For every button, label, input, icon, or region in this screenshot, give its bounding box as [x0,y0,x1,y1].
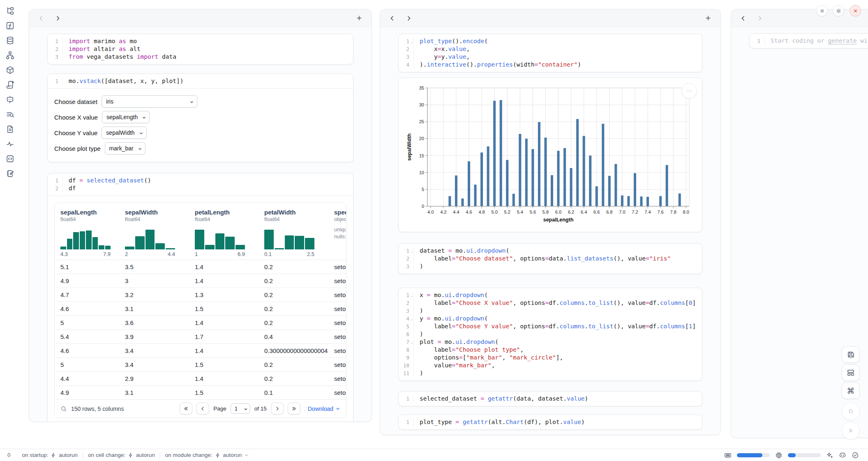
prev-column-button[interactable] [739,14,748,23]
code-editor[interactable]: 1import marimo as mo2import altair as al… [48,34,353,64]
code-text[interactable]: ) [413,307,702,315]
sidebar-database-button[interactable] [5,35,15,45]
code-text[interactable]: from vega_datasets import data [62,53,353,61]
code-text[interactable]: value="mark_bar", [413,362,702,369]
editor-placeholder[interactable]: Start coding or generate with AI [764,37,868,45]
table-column-header[interactable]: petalLengthfloat6416.9 [189,203,259,260]
prev-column-button[interactable] [388,14,397,23]
fold-chevron-icon[interactable]: ⌄ [411,292,413,300]
code-text[interactable]: ) [413,263,702,270]
code-text[interactable]: options=["mark_bar", "mark_circle"], [413,354,702,362]
chart-menu-button[interactable] [681,83,697,99]
prev-column-button[interactable] [37,14,46,23]
table-column-header[interactable]: petalWidthfloat640.12.5 [259,203,328,260]
code-text[interactable]: ) [413,369,702,377]
dropdown-select[interactable]: sepalWidth [102,127,146,139]
sidebar-help-button[interactable] [5,183,15,193]
layout-grid-button[interactable] [842,364,860,381]
add-cell-button[interactable] [703,13,713,23]
code-text[interactable]: plot = mo.ui.dropdown( [413,338,702,346]
code-text[interactable]: label="Choose Y value", options=df.colum… [413,323,702,330]
code-text[interactable]: label="Choose dataset", options=data.lis… [413,255,702,263]
table-cell: 3.2 [119,288,189,302]
table-column-header[interactable]: speciesobjectunique:nulls: [328,203,346,260]
next-page-button[interactable] [271,403,284,415]
status-check-button[interactable] [852,452,859,459]
download-button[interactable]: Download [308,406,340,412]
dropdown-select[interactable]: sepalLength [102,111,150,123]
code-text[interactable]: ) [413,330,702,338]
command-button[interactable]: ⌘ [842,383,860,399]
sidebar-scroll-button[interactable] [5,80,15,90]
settings-button[interactable] [833,5,844,16]
sidebar-file-tree-button[interactable] [5,6,15,16]
sidebar-function-square-button[interactable] [5,21,15,30]
run-config-value: autorun [136,452,155,458]
sidebar-dependency-graph-button[interactable] [5,50,15,60]
error-indicator[interactable]: 0 [5,452,11,458]
fold-chevron-icon[interactable]: ⌄ [411,247,413,255]
sidebar-activity-button[interactable] [5,139,15,149]
code-text[interactable]: import altair as alt [62,45,353,53]
code-text[interactable]: label="Choose plot type", [413,346,702,354]
code-editor[interactable]: 1⌄plot_type().encode(2 x=x.value,3 y=y.v… [399,34,702,72]
code-editor[interactable]: 1⌄dataset = mo.ui.dropdown(2 label="Choo… [399,244,702,274]
code-text[interactable]: label="Choose X value", options=df.colum… [413,299,702,307]
shutdown-button[interactable] [850,5,861,16]
code-text[interactable]: y = mo.ui.dropdown( [413,315,702,323]
code-editor[interactable]: 1⌄x = mo.ui.dropdown(2 label="Choose X v… [399,288,702,380]
last-page-button[interactable] [288,403,300,415]
code-text[interactable]: import marimo as mo [62,37,353,45]
run-button[interactable] [842,422,860,440]
code-text[interactable]: dataset = mo.ui.dropdown( [413,247,702,255]
next-column-button[interactable] [53,14,62,23]
fold-chevron-icon[interactable]: ⌄ [411,339,413,346]
sparkles-button[interactable] [826,452,833,459]
page-select[interactable]: 1 [231,403,250,414]
save-button[interactable] [842,346,860,363]
dropdown-select[interactable]: mark_bar [105,142,145,154]
next-column-button[interactable] [404,14,413,23]
sidebar-snippets-button[interactable] [5,154,15,164]
add-cell-button[interactable] [354,13,364,23]
generate-with-ai-link[interactable]: generate [828,37,857,44]
fold-chevron-icon[interactable]: ⌄ [411,315,413,323]
table-column-header[interactable]: sepalLengthfloat644.37.9 [55,203,119,260]
code-text[interactable]: ).interactive().properties(width="contai… [413,61,702,69]
run-config-3[interactable]: on module change:autorun [165,452,249,458]
code-editor[interactable]: 1mo.vstack([dataset, x, y, plot]) [48,74,353,88]
empty-code-editor[interactable]: 1Start coding or generate with AI [750,34,868,48]
run-config-2[interactable]: on cell change:autorun [88,452,155,458]
sidebar-document-button[interactable] [5,124,15,134]
table-cell: 0.2 [259,288,328,302]
menu-button[interactable] [816,5,828,16]
code-text[interactable]: y=y.value, [413,53,702,61]
code-text[interactable]: x = mo.ui.dropdown( [413,291,702,299]
code-text[interactable]: selected_dataset = getattr(data, dataset… [413,395,702,403]
dropdown-select[interactable]: iris [102,95,197,108]
code-text[interactable]: df [62,184,353,192]
sidebar-chat-bot-button[interactable] [5,95,15,104]
code-text[interactable]: plot_type = getattr(alt.Chart(df), plot.… [413,418,702,426]
first-page-button[interactable] [180,403,192,415]
code-editor[interactable]: 1plot_type = getattr(alt.Chart(df), plot… [399,415,702,429]
sidebar-list-search-button[interactable] [5,109,15,119]
altair-bar-chart[interactable]: 4.04.24.44.64.85.05.25.45.65.86.06.26.46… [405,84,696,224]
run-config-1[interactable]: on startup:autorun [22,452,78,458]
table-column-header[interactable]: sepalWidthfloat6424.4 [119,203,189,260]
code-text[interactable]: plot_type().encode( [413,37,702,45]
copilot-button[interactable] [839,452,846,459]
next-column-button[interactable] [755,14,764,23]
table-cell: 1.4 [189,344,259,357]
sidebar-scratchpad-button[interactable] [5,168,15,178]
code-text[interactable]: x=x.value, [413,45,702,53]
search-icon[interactable] [60,406,67,412]
code-editor[interactable]: 1selected_dataset = getattr(data, datase… [399,392,702,406]
code-text[interactable]: df = selected_dataset() [62,177,353,184]
code-text[interactable]: mo.vstack([dataset, x, y, plot]) [62,77,353,85]
code-editor[interactable]: 1df = selected_dataset()2df [48,173,353,196]
sidebar-package-button[interactable] [5,65,15,75]
fold-chevron-icon[interactable]: ⌄ [411,38,413,46]
stop-button[interactable] [842,402,860,420]
prev-page-button[interactable] [196,403,209,415]
